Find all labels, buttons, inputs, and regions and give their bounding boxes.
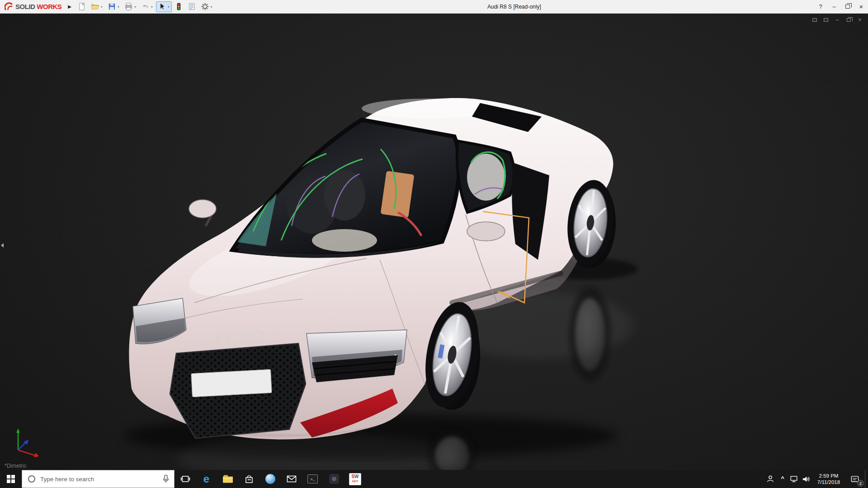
store-bag-icon (244, 474, 254, 484)
taskbar-spacer (366, 470, 764, 488)
windows-taskbar: e (0, 470, 868, 488)
doc-window-icon[interactable] (811, 16, 818, 23)
doc-window-icon[interactable] (822, 16, 830, 23)
restore-icon (845, 5, 850, 9)
select-tool-button[interactable]: ▼ (156, 1, 172, 12)
file-properties-button[interactable] (186, 1, 198, 12)
search-input[interactable] (40, 476, 158, 483)
mail-button[interactable] (281, 470, 302, 488)
action-center-button[interactable]: 2 (845, 470, 865, 488)
task-view-icon (180, 474, 190, 483)
rebuild-button[interactable] (173, 1, 185, 12)
clock-date: 7/11/2018 (817, 479, 840, 485)
store-button[interactable] (238, 470, 259, 488)
standard-toolbar: ▼ ▼ ▼ (76, 1, 215, 12)
file-explorer-icon (222, 474, 233, 483)
save-button[interactable]: ▼ (106, 1, 122, 12)
system-tray: ^ 2:59 PM 7/11/2018 (764, 470, 868, 488)
solidworks-logo-icon (5, 2, 14, 11)
doc-restore-button[interactable] (845, 16, 852, 23)
help-button[interactable]: ? (814, 0, 827, 13)
new-document-button[interactable] (76, 1, 88, 12)
solidworks-window: SOLIDWORKS ▶ ▼ (0, 0, 868, 488)
maximize-button[interactable] (841, 0, 854, 13)
save-icon (108, 2, 116, 11)
dropdown-arrow-icon[interactable]: ▼ (117, 5, 120, 8)
people-icon (766, 475, 774, 483)
cortana-icon (27, 474, 36, 483)
start-button[interactable] (0, 470, 22, 488)
brand-text-solid: SOLID (15, 3, 35, 10)
undo-icon (141, 2, 150, 11)
flyout-arrow-icon (1, 243, 4, 248)
file-properties-icon (188, 2, 196, 11)
dropdown-arrow-icon[interactable]: ▼ (167, 5, 170, 8)
volume-icon (802, 475, 811, 483)
select-cursor-icon (158, 2, 166, 11)
command-prompt-button[interactable]: >_ (302, 470, 323, 488)
solidworks-app-icon: SW 2017 (349, 473, 361, 485)
dropdown-arrow-icon[interactable]: ▼ (151, 5, 153, 8)
edge-icon: e (203, 474, 209, 484)
view-orientation-label: *Dimetric (5, 463, 27, 469)
car-model-render[interactable] (0, 14, 868, 470)
orientation-triad (7, 422, 42, 458)
show-desktop-button[interactable] (865, 470, 868, 488)
undo-button[interactable]: ▼ (139, 1, 155, 12)
people-button[interactable] (764, 470, 777, 488)
mail-icon (287, 475, 297, 483)
network-icon (790, 475, 798, 483)
solidworks-brand: SOLIDWORKS (0, 2, 65, 11)
windows-logo-icon (7, 475, 15, 483)
hidden-icons-button[interactable]: ^ (777, 470, 788, 488)
doc-minimize-button[interactable]: – (834, 16, 841, 23)
command-prompt-icon: >_ (307, 474, 318, 483)
app-button[interactable] (323, 470, 344, 488)
taskbar-clock[interactable]: 2:59 PM 7/11/2018 (812, 470, 845, 488)
dropdown-arrow-icon[interactable]: ▼ (100, 5, 103, 8)
solidworks-taskbar-button[interactable]: SW 2017 (344, 470, 366, 488)
open-document-button[interactable]: ▼ (89, 1, 105, 12)
print-button[interactable]: ▼ (123, 1, 138, 12)
feature-manager-flyout-tab[interactable] (0, 239, 5, 251)
doc-close-button[interactable]: × (856, 16, 863, 23)
toolbar-flyout-button[interactable]: ▶ (65, 4, 76, 9)
notification-badge: 2 (857, 480, 864, 487)
close-button[interactable]: × (854, 0, 868, 13)
clock-time: 2:59 PM (819, 473, 839, 479)
document-window-controls: – × (811, 16, 863, 23)
microphone-icon[interactable] (162, 474, 170, 483)
browser-globe-icon (265, 474, 276, 484)
minimize-button[interactable]: – (827, 0, 841, 13)
dropdown-arrow-icon[interactable]: ▼ (210, 5, 213, 8)
rebuild-traffic-light-icon (175, 2, 183, 11)
file-explorer-button[interactable] (217, 470, 238, 488)
edge-browser-button[interactable]: e (196, 470, 217, 488)
options-gear-icon (201, 2, 209, 11)
new-document-icon (78, 2, 86, 11)
open-folder-icon (91, 2, 99, 11)
volume-button[interactable] (800, 470, 812, 488)
dropdown-arrow-icon[interactable]: ▼ (134, 5, 137, 8)
options-button[interactable]: ▼ (199, 1, 215, 12)
titlebar: SOLIDWORKS ▶ ▼ (0, 0, 868, 14)
network-button[interactable] (788, 470, 800, 488)
taskbar-search[interactable] (22, 470, 175, 488)
brand-text-works: WORKS (37, 3, 61, 10)
browser-button[interactable] (259, 470, 281, 488)
task-view-button[interactable] (175, 470, 196, 488)
app-icon (329, 474, 339, 484)
print-icon (124, 2, 133, 11)
document-title: Audi R8 S [Read-only] (215, 4, 814, 10)
window-controls: ? – × (814, 0, 868, 13)
graphics-viewport[interactable]: – × *Dimetric (0, 14, 868, 470)
